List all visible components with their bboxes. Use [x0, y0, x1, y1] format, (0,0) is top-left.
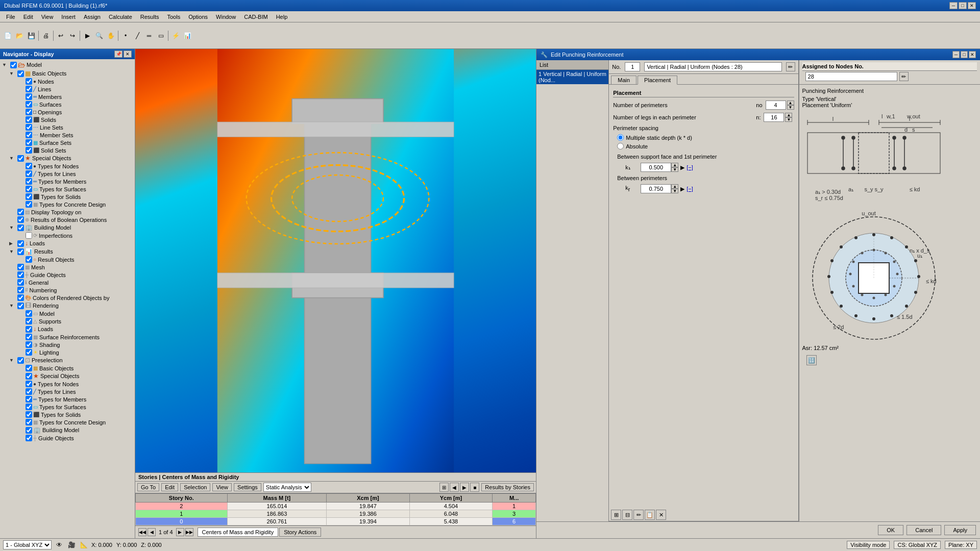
check-guide[interactable]	[17, 271, 24, 278]
check-result-objects[interactable]	[26, 256, 32, 263]
menu-results[interactable]: Results	[136, 13, 163, 21]
expand-building[interactable]: ▼	[9, 225, 16, 230]
nav-item-types-concrete[interactable]: ▦ Types for Concrete Design	[1, 201, 134, 208]
check-pre-types-solids[interactable]	[26, 411, 32, 418]
nav-item-surfaces[interactable]: ▭ Surfaces	[1, 101, 134, 108]
table-row[interactable]: 2 165.014 19.847 4.504 1	[136, 503, 536, 510]
pan-btn[interactable]: ✋	[105, 30, 116, 41]
menu-edit[interactable]: Edit	[19, 13, 37, 21]
expand-loads[interactable]: ▶	[9, 241, 16, 246]
kr-down[interactable]: ▼	[671, 189, 678, 193]
menu-calculate[interactable]: Calculate	[105, 13, 136, 21]
check-mesh[interactable]	[17, 264, 24, 270]
check-types-solids[interactable]	[26, 193, 32, 200]
check-solid-sets[interactable]	[26, 147, 32, 154]
nav-item-pre-special[interactable]: ★ Special Objects	[1, 372, 134, 380]
check-members[interactable]	[26, 93, 32, 100]
check-preselection[interactable]	[17, 357, 24, 364]
expand-basic[interactable]: ▼	[9, 71, 16, 76]
save-btn[interactable]: 💾	[26, 30, 37, 41]
check-pre-types-members[interactable]	[26, 396, 32, 403]
mini-btn-4[interactable]: 📋	[645, 510, 655, 520]
check-shading[interactable]	[26, 341, 32, 348]
line-btn[interactable]: ╱	[132, 30, 143, 41]
mini-btn-5[interactable]: ✕	[656, 510, 666, 520]
viewport[interactable]: Stories | Centers of Mass and Rigidity G…	[135, 49, 536, 538]
nav-item-preselection[interactable]: ▼ ⊡ Preselection	[1, 356, 134, 364]
nav-item-imperfections[interactable]: ⟳ Imperfections	[1, 232, 134, 239]
menu-cad-bim[interactable]: CAD-BIM	[240, 13, 272, 21]
nav-item-surface-reinforcements[interactable]: ▦ Surface Reinforcements	[1, 333, 134, 341]
window-controls[interactable]: ─ □ ✕	[949, 2, 976, 9]
print-btn[interactable]: 🖨	[40, 30, 52, 41]
kr-link[interactable]: [−]	[687, 186, 693, 192]
check-render-supports[interactable]	[26, 318, 32, 324]
table-icon-1[interactable]: ⊞	[439, 483, 449, 492]
check-pre-types-concrete[interactable]	[26, 419, 32, 425]
check-pre-types-nodes[interactable]	[26, 381, 32, 387]
nav-item-result-objects[interactable]: ○ Result Objects	[1, 256, 134, 263]
node-btn[interactable]: •	[120, 30, 131, 41]
expand-special[interactable]: ▼	[9, 156, 16, 161]
check-types-nodes[interactable]	[26, 163, 32, 169]
nav-last-btn[interactable]: ▶▶	[185, 528, 193, 536]
nav-item-building-model[interactable]: ▼ 🏢 Building Model	[1, 223, 134, 232]
menu-window[interactable]: Window	[212, 13, 240, 21]
menu-help[interactable]: Help	[272, 13, 292, 21]
area-btn[interactable]: 🔢	[806, 355, 817, 365]
nav-item-render-loads[interactable]: ↓ Loads	[1, 325, 134, 333]
legs-input[interactable]	[764, 113, 784, 122]
nav-item-pre-basic[interactable]: ▦ Basic Objects	[1, 364, 134, 372]
settings-btn[interactable]: Settings	[234, 483, 261, 491]
check-pre-building[interactable]	[26, 427, 32, 434]
expand-model[interactable]: ▼	[2, 62, 9, 67]
nav-item-basic-objects[interactable]: ▼ ▦ Basic Objects	[1, 69, 134, 78]
check-model[interactable]	[10, 62, 17, 68]
nav-close-btn[interactable]: ✕	[124, 51, 132, 58]
nav-item-types-solids[interactable]: ⬛ Types for Solids	[1, 193, 134, 201]
nav-item-solids[interactable]: ⬛ Solids	[1, 116, 134, 123]
no-input[interactable]	[625, 62, 640, 71]
redo-btn[interactable]: ↪	[67, 30, 78, 41]
edit-name-btn[interactable]: ✏	[786, 62, 795, 71]
perimeters-down[interactable]: ▼	[787, 105, 794, 110]
menu-tools[interactable]: Tools	[163, 13, 184, 21]
results-by-stories-btn[interactable]: Results by Stories	[481, 483, 534, 491]
maximize-btn[interactable]: □	[959, 2, 967, 9]
nav-item-results[interactable]: ▼ 📊 Results	[1, 247, 134, 256]
nav-item-nodes[interactable]: ● Nodes	[1, 78, 134, 85]
check-pre-types-lines[interactable]	[26, 388, 32, 395]
check-imperfections[interactable]	[26, 232, 32, 239]
nav-item-pre-types-concrete[interactable]: ▦ Types for Concrete Design	[1, 418, 134, 426]
check-render-loads[interactable]	[26, 326, 32, 333]
check-display-topology[interactable]	[17, 209, 24, 215]
zoom-btn[interactable]: 🔍	[93, 30, 105, 41]
check-line-sets[interactable]	[26, 124, 32, 131]
nav-item-display-topology[interactable]: ▤ Display Topology on	[1, 208, 134, 216]
check-pre-guide[interactable]	[26, 435, 32, 441]
nav-item-model[interactable]: ▼ 🗁 Model	[1, 60, 134, 69]
dialog-min-btn[interactable]: ─	[952, 51, 960, 58]
kr-up[interactable]: ▲	[671, 184, 678, 189]
story-actions-btn[interactable]: Story Actions	[279, 528, 321, 537]
perimeters-input[interactable]	[766, 101, 786, 110]
nav-item-loads[interactable]: ▶ ↓ Loads	[1, 239, 134, 247]
status-icon-1[interactable]: 👁	[54, 539, 65, 550]
status-icon-3[interactable]: 📐	[78, 539, 89, 550]
dialog-max-btn[interactable]: □	[961, 51, 968, 58]
nav-item-special[interactable]: ▼ ★ Special Objects	[1, 154, 134, 162]
check-boolean[interactable]	[17, 216, 24, 223]
check-nodes[interactable]	[26, 78, 32, 85]
check-types-surfaces[interactable]	[26, 186, 32, 192]
select-btn[interactable]: ▶	[82, 30, 93, 41]
check-lines[interactable]	[26, 86, 32, 92]
nav-item-types-surfaces[interactable]: ▭ Types for Surfaces	[1, 185, 134, 193]
check-building[interactable]	[17, 224, 24, 231]
expand-results[interactable]: ▼	[9, 249, 16, 254]
k1-input[interactable]	[641, 163, 671, 172]
close-btn[interactable]: ✕	[968, 2, 976, 9]
nav-next-btn[interactable]: ▶	[176, 528, 184, 536]
table-icon-2[interactable]: ◀	[450, 483, 459, 492]
tab-centers[interactable]: Centers of Mass and Rigidity	[198, 528, 279, 537]
menu-file[interactable]: File	[2, 13, 19, 21]
